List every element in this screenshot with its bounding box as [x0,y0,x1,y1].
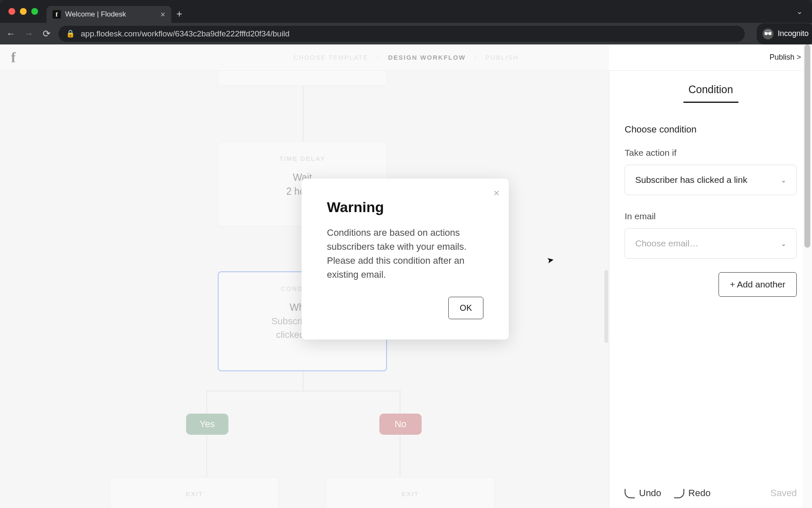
saved-status: Saved [771,488,797,499]
sidebar-footer: Undo Redo Saved [625,488,797,499]
undo-label: Undo [639,488,661,499]
redo-button[interactable]: Redo [674,488,711,499]
minimize-window-icon[interactable] [20,8,27,15]
page-scrollbar-track[interactable] [803,44,812,508]
sidebar-heading: Choose condition [625,124,797,135]
sidebar-tab[interactable]: Condition [683,71,738,103]
undo-icon [625,489,635,498]
lock-icon: 🔒 [66,29,75,38]
favicon-icon: f [52,10,61,19]
undo-button[interactable]: Undo [625,488,661,499]
maximize-window-icon[interactable] [31,8,38,15]
browser-chrome: f Welcome | Flodesk × + ⌄ ← → ⟳ 🔒 app.fl… [0,0,812,44]
back-button[interactable]: ← [5,28,17,39]
redo-icon [674,489,684,498]
select-placeholder: Choose email… [635,238,698,248]
incognito-icon: 🕶 [763,28,774,39]
window-controls [5,8,47,15]
tab-title: Welcome | Flodesk [65,10,126,19]
close-tab-icon[interactable]: × [160,10,165,19]
redo-label: Redo [689,488,711,499]
chevron-down-icon: ⌄ [781,176,786,184]
warning-modal: × Warning Conditions are based on action… [302,179,509,340]
add-another-button[interactable]: + Add another [719,272,797,297]
ok-button[interactable]: OK [448,297,483,319]
tab-bar: f Welcome | Flodesk × + ⌄ [0,0,812,23]
address-bar-row: ← → ⟳ 🔒 app.flodesk.com/workflow/6343c2b… [0,23,812,44]
field-label-action: Take action if [625,148,797,158]
incognito-indicator[interactable]: 🕶 Incognito [757,23,812,44]
modal-body: Conditions are based on actions subscrib… [327,226,483,282]
browser-tab[interactable]: f Welcome | Flodesk × [47,6,171,23]
field-label-email: In email [625,211,797,221]
url-text: app.flodesk.com/workflow/6343c2ba9dfe222… [81,29,290,39]
chevron-down-icon: ⌄ [781,240,786,248]
modal-title: Warning [327,199,483,215]
action-select[interactable]: Subscriber has clicked a link ⌄ [625,165,797,195]
publish-button[interactable]: Publish > [769,53,801,62]
incognito-label: Incognito [778,29,809,38]
reload-button[interactable]: ⟳ [41,28,52,39]
address-bar[interactable]: 🔒 app.flodesk.com/workflow/6343c2ba9dfe2… [58,26,745,42]
toolbar-right: 👁 ☆ ▣ 🕶 Incognito ⋮ [757,29,807,39]
close-window-icon[interactable] [8,8,15,15]
condition-sidebar: Condition Choose condition Take action i… [609,71,812,508]
select-value: Subscriber has clicked a link [635,175,747,185]
email-select[interactable]: Choose email… ⌄ [625,228,797,259]
close-icon[interactable]: × [494,187,499,199]
forward-button[interactable]: → [23,28,35,39]
page-scrollbar-thumb[interactable] [804,44,810,248]
tabs-overflow-icon[interactable]: ⌄ [796,7,803,16]
new-tab-button[interactable]: + [176,8,182,20]
